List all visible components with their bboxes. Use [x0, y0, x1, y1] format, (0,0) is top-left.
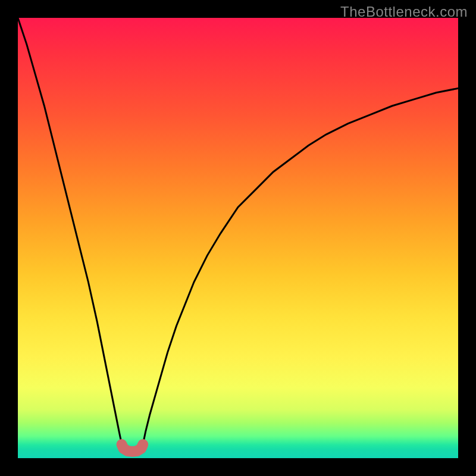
chart-svg: [18, 18, 458, 458]
curve-left-branch: [18, 18, 122, 444]
chart-frame: TheBottleneck.com: [0, 0, 476, 476]
curve-right-branch: [143, 88, 458, 444]
plot-area: [18, 18, 458, 458]
curve-cusp-highlight: [122, 444, 143, 452]
